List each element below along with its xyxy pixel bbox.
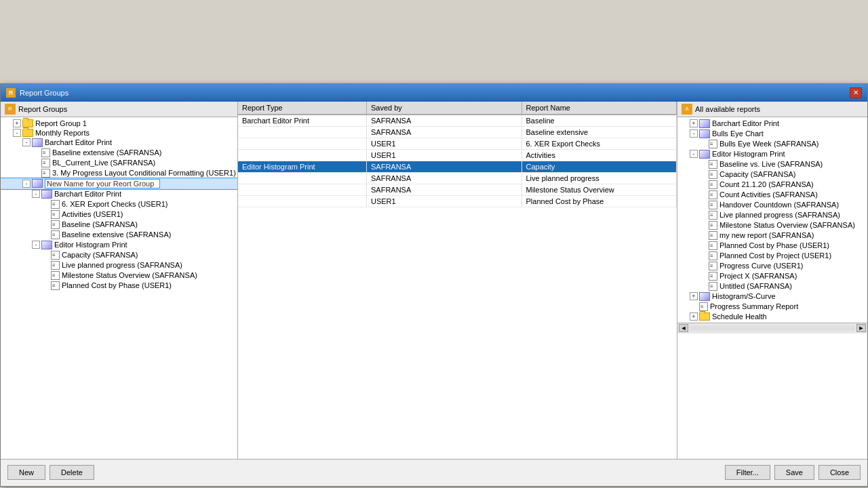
report-groups-dialog: R Report Groups ✕ R Report Groups + Repo… [0, 83, 868, 487]
report-icon [709, 231, 717, 240]
horizontal-scrollbar[interactable]: ◄ ► [677, 323, 867, 333]
tree-item[interactable]: my new report (SAFRANSA) [677, 230, 867, 241]
tree-item[interactable]: + Schedule Health [677, 312, 867, 321]
tree-item[interactable]: Milestone Status Overview (SAFRANSA) [677, 220, 867, 230]
expand-button[interactable]: + [690, 119, 698, 127]
new-button[interactable]: New [7, 465, 45, 480]
tree-item[interactable]: - Barchart Editor Print [1, 138, 237, 148]
right-panel: A All available reports + Barchart Edito… [677, 102, 867, 459]
tree-item-editing[interactable]: - [1, 178, 237, 189]
tree-item[interactable]: Count 21.1.20 (SAFRANSA) [677, 180, 867, 190]
tree-item-label: Baseline (SAFRANSA) [62, 220, 138, 228]
expand-button[interactable]: + [690, 292, 698, 300]
report-icon [51, 261, 60, 270]
table-row[interactable]: USER1 Activities [238, 150, 677, 161]
expand-button[interactable]: + [13, 119, 21, 127]
tree-item-edit-input[interactable] [45, 179, 160, 188]
table-row[interactable]: SAFRANSA Milestone Status Overview [238, 184, 677, 196]
tree-item[interactable]: Untitled (SAFRANSA) [677, 281, 867, 291]
report-icon [41, 159, 50, 167]
report-icon [709, 262, 717, 270]
tree-item-label: Count 21.1.20 (SAFRANSA) [719, 180, 814, 188]
tree-item[interactable]: Planned Cost by Project (USER1) [677, 251, 867, 261]
tree-item[interactable]: - Editor Histogram Print [677, 149, 867, 159]
tree-item[interactable]: 6. XER Export Checks (USER1) [1, 199, 237, 209]
tree-item[interactable]: Baseline (SAFRANSA) [1, 220, 237, 230]
expand-button[interactable]: - [32, 190, 40, 198]
save-button[interactable]: Save [774, 465, 814, 480]
tree-item[interactable]: - Barchart Editor Print [1, 189, 237, 199]
group-icon [699, 129, 710, 138]
tree-item-label: Activities (USER1) [62, 210, 123, 218]
cell-name: Baseline [522, 115, 677, 126]
tree-item[interactable]: - Bulls Eye Chart [677, 129, 867, 139]
scroll-left-arrow[interactable]: ◄ [679, 324, 688, 332]
report-icon [41, 148, 50, 157]
tree-item-label: Barchart Editor Print [45, 138, 112, 146]
tree-item-label: 6. XER Export Checks (USER1) [62, 200, 168, 208]
tree-item[interactable]: Baseline extensive (SAFRANSA) [1, 148, 237, 158]
tree-item[interactable]: - Editor Histogram Print [1, 240, 237, 250]
table-row[interactable]: SAFRANSA Baseline extensive [238, 127, 677, 138]
filter-button[interactable]: Filter... [725, 465, 770, 480]
tree-item[interactable]: Progress Curve (USER1) [677, 261, 867, 271]
tree-item-label: Untitled (SAFRANSA) [719, 282, 792, 290]
tree-item-label: BL_Current_Live (SAFRANSA) [52, 159, 155, 167]
tree-item[interactable]: Baseline vs. Live (SAFRANSA) [677, 159, 867, 169]
table-row[interactable]: USER1 6. XER Export Checks [238, 138, 677, 150]
tree-item[interactable]: Milestone Status Overview (SAFRANSA) [1, 270, 237, 281]
tree-item[interactable]: Count Activities (SAFRANSA) [677, 190, 867, 200]
tree-item[interactable]: Planned Cost by Phase (USER1) [677, 241, 867, 251]
left-panel-title: Report Groups [18, 105, 67, 113]
tree-item[interactable]: Handover Countdown (SAFRANSA) [677, 200, 867, 210]
tree-item[interactable]: Project X (SAFRANSA) [677, 271, 867, 281]
tree-item[interactable]: + Histogram/S-Curve [677, 291, 867, 302]
close-icon-button[interactable]: ✕ [850, 87, 862, 98]
tree-item[interactable]: 3. My Progress Layout Conditional Format… [1, 168, 237, 178]
expand-button[interactable]: - [13, 129, 21, 137]
tree-item[interactable]: - Monthly Reports [1, 128, 237, 138]
expand-button[interactable]: - [690, 150, 698, 158]
tree-item[interactable]: BL_Current_Live (SAFRANSA) [1, 158, 237, 168]
tree-item[interactable]: Progress Summary Report [677, 302, 867, 312]
table-row[interactable]: SAFRANSA Live planned progress [238, 173, 677, 184]
expand-button[interactable]: - [32, 241, 40, 249]
delete-button[interactable]: Delete [50, 465, 94, 480]
report-icon [709, 170, 717, 179]
tree-item[interactable]: Capacity (SAFRANSA) [1, 250, 237, 260]
expand-button[interactable]: - [22, 180, 31, 188]
bottom-bar: New Delete Filter... Save Close [1, 459, 867, 486]
close-button[interactable]: Close [818, 465, 861, 480]
report-icon [51, 220, 60, 229]
cell-saved: SAFRANSA [367, 161, 522, 172]
tree-item[interactable]: Live planned progress (SAFRANSA) [677, 210, 867, 220]
table-row-selected[interactable]: Editor Histogram Print SAFRANSA Capacity [238, 161, 677, 173]
tree-item[interactable]: Bulls Eye Week (SAFRANSA) [677, 139, 867, 149]
cell-type [238, 150, 367, 161]
table-row[interactable]: USER1 Planned Cost by Phase [238, 196, 677, 207]
dialog-title: Report Groups [20, 89, 68, 97]
expand-button[interactable]: - [690, 129, 698, 138]
report-icon [709, 251, 717, 260]
scroll-track[interactable] [690, 325, 855, 331]
col-header-report-name: Report Name [522, 102, 677, 114]
tree-item[interactable]: + Barchart Editor Print [677, 119, 867, 129]
tree-item[interactable]: Baseline extensive (SAFRANSA) [1, 230, 237, 240]
table-row[interactable]: Barchart Editor Print SAFRANSA Baseline [238, 115, 677, 127]
tree-item-label: Bulls Eye Week (SAFRANSA) [719, 140, 819, 148]
tree-item[interactable]: Planned Cost by Phase (USER1) [1, 281, 237, 291]
tree-item-label: Progress Curve (USER1) [719, 262, 803, 270]
tree-item[interactable]: + Report Group 1 [1, 119, 237, 128]
cell-name: Baseline extensive [522, 127, 677, 138]
report-icon [709, 190, 717, 199]
expand-button[interactable]: + [690, 312, 698, 321]
cell-type [238, 138, 367, 149]
tree-item[interactable]: Capacity (SAFRANSA) [677, 169, 867, 180]
scroll-right-arrow[interactable]: ► [856, 324, 866, 332]
folder-icon [699, 312, 710, 321]
tree-item[interactable]: Live planned progress (SAFRANSA) [1, 260, 237, 270]
expand-button[interactable]: - [22, 138, 31, 146]
dialog-body: R Report Groups + Report Group 1 - Month… [1, 102, 867, 459]
report-icon [709, 221, 717, 230]
tree-item[interactable]: Activities (USER1) [1, 209, 237, 220]
